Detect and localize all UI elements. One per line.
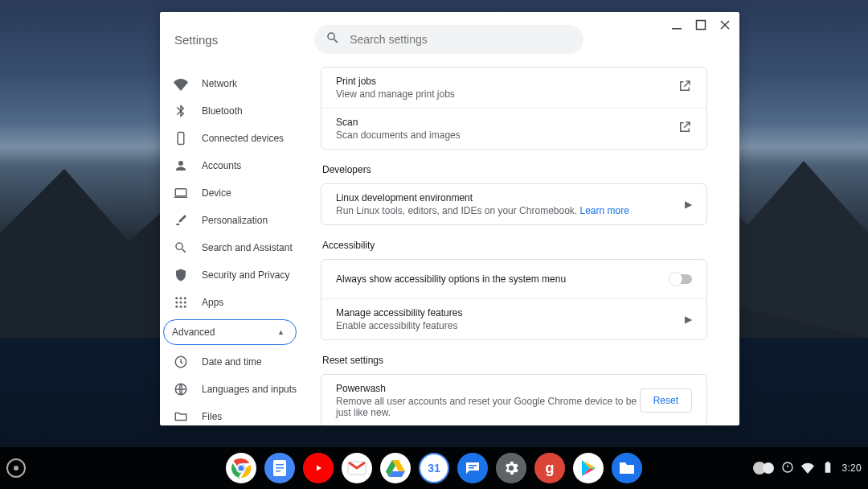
minimize-button[interactable] [670, 18, 683, 31]
sidebar-item-languages-inputs[interactable]: Languages and inputs [160, 376, 305, 403]
row-print-jobs[interactable]: Print jobs View and manage print jobs [321, 68, 706, 108]
svg-point-9 [184, 302, 186, 304]
brush-icon [174, 213, 188, 228]
sidebar-item-label: Personalization [202, 215, 268, 226]
app-play[interactable] [573, 453, 604, 483]
sidebar-item-security-privacy[interactable]: Security and Privacy [160, 261, 305, 289]
reset-card: Powerwash Remove all user accounts and r… [321, 374, 707, 425]
sidebar-item-network[interactable]: Network [160, 70, 305, 97]
row-scan[interactable]: Scan Scan documents and images [321, 108, 706, 149]
battery-icon [821, 461, 834, 476]
search-input[interactable] [350, 33, 572, 46]
row-sub: Remove all user accounts and reset your … [336, 396, 640, 418]
sidebar-item-label: Device [202, 187, 231, 199]
shelf: 31 g 3:20 [0, 447, 868, 489]
wifi-icon [801, 461, 814, 476]
open-external-icon [678, 79, 692, 97]
accessibility-card: Always show accessibility options in the… [321, 259, 707, 340]
svg-point-10 [175, 306, 178, 308]
sidebar-item-search-assistant[interactable]: Search and Assistant [160, 234, 305, 261]
app-calendar[interactable]: 31 [419, 453, 449, 483]
folder-icon [174, 409, 188, 424]
app-messages[interactable] [457, 453, 488, 483]
developers-card: Linux development environment Run Linux … [321, 183, 707, 225]
svg-rect-25 [469, 467, 474, 469]
reset-button[interactable]: Reset [640, 388, 692, 413]
sidebar-item-files[interactable]: Files [160, 403, 305, 425]
sidebar-item-bluetooth[interactable]: Bluetooth [160, 97, 305, 125]
svg-rect-24 [469, 465, 477, 466]
app-youtube[interactable] [303, 453, 334, 483]
sidebar-item-connected-devices[interactable]: Connected devices [160, 125, 305, 152]
app-drive[interactable] [380, 453, 411, 483]
sidebar-advanced-toggle[interactable]: Advanced ▲ [163, 319, 297, 345]
svg-point-6 [184, 297, 186, 299]
app-settings[interactable] [496, 453, 526, 483]
search-icon [326, 31, 340, 48]
app-files[interactable] [612, 453, 642, 483]
svg-rect-0 [672, 28, 682, 30]
printing-card: Print jobs View and manage print jobs Sc… [321, 67, 707, 150]
sidebar-item-personalization[interactable]: Personalization [160, 207, 305, 234]
row-a11y-toggle[interactable]: Always show accessibility options in the… [321, 260, 706, 298]
sidebar-item-apps[interactable]: Apps [160, 289, 305, 316]
sidebar-item-label: Connected devices [202, 133, 284, 144]
svg-point-4 [175, 297, 178, 299]
section-header-reset: Reset settings [322, 355, 707, 366]
chevron-right-icon: ▶ [685, 199, 692, 210]
app-gmail[interactable] [342, 453, 372, 483]
settings-window: Settings Network Bluetooth Connected dev… [160, 12, 739, 425]
bluetooth-icon [174, 104, 188, 118]
svg-rect-2 [178, 133, 184, 145]
app-chrome[interactable] [226, 453, 256, 483]
sidebar-item-date-time[interactable]: Date and time [160, 348, 305, 376]
notification-badge-icon [781, 461, 794, 476]
row-powerwash: Powerwash Remove all user accounts and r… [321, 375, 706, 425]
section-header-accessibility: Accessibility [322, 240, 707, 251]
devices-icon [174, 131, 188, 146]
sidebar-item-label: Date and time [202, 356, 262, 368]
svg-point-5 [180, 297, 182, 299]
content-area: Print jobs View and manage print jobs Sc… [305, 67, 739, 425]
clock-label: 3:20 [841, 462, 862, 474]
shield-icon [174, 268, 188, 282]
app-gplus[interactable]: g [534, 453, 565, 483]
row-title: Always show accessibility options in the… [336, 273, 566, 285]
row-title: Powerwash [336, 383, 640, 394]
close-button[interactable] [719, 18, 731, 31]
sidebar-item-label: Apps [202, 297, 223, 308]
svg-rect-21 [276, 467, 284, 469]
sidebar-item-label: Files [202, 411, 222, 422]
svg-rect-22 [276, 471, 280, 472]
sidebar-item-label: Languages and inputs [202, 384, 297, 395]
sidebar-item-label: Search and Assistant [202, 242, 293, 253]
search-box[interactable] [314, 25, 583, 54]
chevron-right-icon: ▶ [685, 314, 692, 325]
sidebar-advanced-label: Advanced [172, 327, 215, 338]
toggle-switch[interactable] [671, 274, 692, 284]
row-a11y-manage[interactable]: Manage accessibility features Enable acc… [321, 298, 706, 339]
globe-icon [174, 382, 188, 397]
person-icon [174, 158, 188, 173]
status-tray[interactable]: 3:20 [753, 447, 862, 489]
learn-more-link[interactable]: Learn more [580, 205, 629, 216]
row-title: Scan [336, 117, 461, 128]
search-icon [174, 240, 188, 255]
app-docs[interactable] [264, 453, 295, 483]
row-sub: View and manage print jobs [336, 88, 455, 100]
sidebar-item-label: Security and Privacy [202, 269, 289, 281]
laptop-icon [174, 186, 188, 200]
clock-icon [174, 355, 188, 369]
open-external-icon [678, 120, 692, 138]
sidebar-item-label: Network [202, 78, 237, 89]
row-sub: Run Linux tools, editors, and IDEs on yo… [336, 205, 629, 216]
maximize-button[interactable] [694, 18, 707, 31]
sidebar-item-device[interactable]: Device [160, 179, 305, 207]
svg-rect-20 [276, 464, 284, 466]
launcher-button[interactable] [6, 458, 26, 478]
row-linux-env[interactable]: Linux development environment Run Linux … [321, 184, 706, 224]
svg-point-11 [180, 306, 182, 308]
svg-rect-1 [697, 21, 706, 30]
shelf-apps: 31 g [226, 453, 642, 483]
sidebar-item-accounts[interactable]: Accounts [160, 152, 305, 179]
